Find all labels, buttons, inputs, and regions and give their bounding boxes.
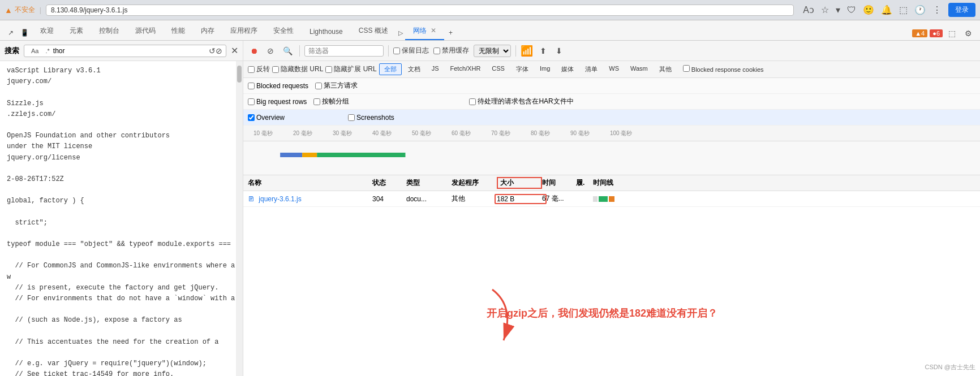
preserve-log-checkbox[interactable]: 保留日志 bbox=[393, 46, 429, 55]
close-search-button[interactable]: ✕ bbox=[231, 45, 238, 56]
blocked-requests-check[interactable] bbox=[248, 83, 255, 89]
group-by-frame-check[interactable] bbox=[313, 98, 320, 105]
third-party-check[interactable] bbox=[315, 83, 322, 89]
tab-css-overview[interactable]: CSS 概述 bbox=[351, 23, 396, 40]
chip-font[interactable]: 字体 bbox=[511, 63, 534, 75]
code-line: // This accentuates the need for the cre… bbox=[2, 337, 234, 348]
search-input[interactable] bbox=[53, 47, 209, 55]
invert-label: 反转 bbox=[256, 64, 270, 74]
throttle-select[interactable]: 无限制 bbox=[474, 45, 511, 57]
chip-other[interactable]: 其他 bbox=[654, 63, 677, 75]
blocked-requests-checkbox[interactable]: Blocked requests bbox=[248, 82, 308, 90]
group-by-frame-checkbox[interactable]: 按帧分组 bbox=[313, 97, 349, 106]
tab-elements[interactable]: 元素 bbox=[62, 23, 91, 40]
capture-har-checkbox[interactable]: 待处理的请求包含在HAR文件中 bbox=[469, 97, 573, 106]
tab-lighthouse[interactable]: Lighthouse bbox=[302, 24, 351, 40]
tab-network[interactable]: 网络 ✕ bbox=[405, 23, 444, 40]
tab-security[interactable]: 安全性 bbox=[265, 23, 302, 40]
chip-all[interactable]: 全部 bbox=[379, 63, 402, 75]
disable-cache-checkbox[interactable]: 禁用缓存 bbox=[433, 46, 469, 55]
main-area: 搜索 Aa .* ↺ ⊘ ✕ vaScript Library v3.6.1 j… bbox=[0, 41, 980, 376]
col-header-hidden[interactable]: 履. bbox=[576, 178, 593, 188]
chip-wasm[interactable]: Wasm bbox=[625, 63, 653, 75]
record-button[interactable]: ⏺ bbox=[248, 45, 260, 57]
history-icon[interactable]: 🕐 bbox=[914, 5, 926, 15]
bookmark-icon[interactable]: ☆ bbox=[821, 5, 829, 15]
hide-data-url-check[interactable] bbox=[272, 66, 279, 73]
download-button[interactable]: ⬇ bbox=[553, 45, 565, 57]
capture-har-check[interactable] bbox=[469, 98, 476, 105]
table-row[interactable]: 🖹 jquery-3.6.1.js 304 docu... 其他 182 B 6… bbox=[243, 191, 980, 207]
col-header-timeline[interactable]: 时间线 bbox=[593, 178, 975, 188]
profile-icon[interactable]: 🙂 bbox=[863, 5, 874, 15]
chip-css[interactable]: CSS bbox=[487, 63, 510, 75]
screenshots-checkbox[interactable]: Screenshots bbox=[348, 114, 394, 122]
refresh-search-button[interactable]: ↺ bbox=[209, 46, 216, 55]
third-party-checkbox[interactable]: 第三方请求 bbox=[315, 81, 358, 90]
hide-ext-url-check[interactable] bbox=[325, 66, 332, 73]
screen-cast-icon[interactable]: ↗ bbox=[5, 25, 17, 40]
stop-button[interactable]: ⊘ bbox=[265, 45, 276, 57]
settings-icon[interactable]: ⚙ bbox=[961, 27, 975, 40]
case-sensitive-button[interactable]: Aa bbox=[28, 46, 42, 55]
invert-checkbox[interactable]: 反转 bbox=[248, 64, 270, 74]
chip-blocked-cookies[interactable]: Blocked response cookies bbox=[678, 63, 769, 75]
network-filter-input[interactable] bbox=[304, 45, 384, 57]
cast-icon[interactable]: ⬚ bbox=[899, 5, 908, 15]
regex-button[interactable]: .* bbox=[42, 46, 53, 55]
clear-search-button[interactable]: ⊘ bbox=[216, 46, 222, 55]
notifications-icon[interactable]: 🔔 bbox=[881, 5, 892, 15]
col-header-status[interactable]: 状态 bbox=[372, 178, 406, 188]
more-tabs-icon[interactable]: ▷ bbox=[396, 26, 405, 40]
more-icon[interactable]: ⋮ bbox=[932, 5, 942, 15]
tab-memory[interactable]: 内存 bbox=[193, 23, 222, 40]
code-line: .zzlejs.com/ bbox=[2, 109, 234, 120]
toolbar-divider3 bbox=[515, 45, 516, 57]
tab-performance[interactable]: 性能 bbox=[164, 23, 193, 40]
col-header-type[interactable]: 类型 bbox=[406, 178, 452, 188]
chip-fetch-xhr[interactable]: Fetch/XHR bbox=[445, 63, 486, 75]
chip-manifest[interactable]: 清单 bbox=[580, 63, 603, 75]
translate-icon[interactable]: Aↄ bbox=[803, 5, 814, 15]
login-button[interactable]: 登录 bbox=[948, 3, 975, 17]
preserve-log-check[interactable] bbox=[393, 47, 400, 54]
col-header-initiator[interactable]: 发起程序 bbox=[452, 178, 497, 188]
overview-check[interactable] bbox=[248, 114, 255, 121]
row-file-name[interactable]: 🖹 jquery-3.6.1.js bbox=[248, 195, 372, 203]
tab-welcome[interactable]: 欢迎 bbox=[32, 23, 62, 40]
disable-cache-check[interactable] bbox=[433, 47, 440, 54]
hide-ext-url-checkbox[interactable]: 隐藏扩展 URL bbox=[325, 64, 376, 74]
big-rows-checkbox[interactable]: Big request rows bbox=[248, 98, 307, 106]
security-warning: ▲ 不安全 bbox=[5, 5, 35, 15]
hide-data-url-checkbox[interactable]: 隐藏数据 URL bbox=[272, 64, 323, 74]
invert-check[interactable] bbox=[248, 66, 255, 73]
col-header-name[interactable]: 名称 bbox=[248, 178, 372, 188]
tab-console[interactable]: 控制台 bbox=[91, 23, 127, 40]
col-header-size[interactable]: 大小 bbox=[497, 177, 542, 189]
upload-button[interactable]: ⬆ bbox=[538, 45, 549, 57]
filter-icon-button[interactable]: 🔍 bbox=[281, 45, 295, 57]
chip-img[interactable]: Img bbox=[535, 63, 555, 75]
add-tab-button[interactable]: + bbox=[444, 25, 457, 40]
url-bar[interactable] bbox=[46, 5, 794, 16]
chip-document[interactable]: 文档 bbox=[403, 63, 425, 75]
chip-js[interactable]: JS bbox=[427, 63, 444, 75]
wifi-icon[interactable]: 📶 bbox=[521, 45, 533, 57]
tab-network-close[interactable]: ✕ bbox=[431, 27, 436, 34]
shield-icon[interactable]: 🛡 bbox=[847, 5, 856, 15]
blocked-cookies-check[interactable] bbox=[683, 65, 690, 72]
col-header-time[interactable]: 时间 bbox=[542, 178, 576, 188]
code-area[interactable]: vaScript Library v3.6.1 jquery.com/ Sizz… bbox=[0, 61, 236, 376]
extensions-icon[interactable]: ▾ bbox=[836, 5, 840, 15]
mobile-icon[interactable]: 📱 bbox=[17, 25, 32, 40]
chip-ws[interactable]: WS bbox=[604, 63, 624, 75]
scroll-track[interactable] bbox=[236, 61, 243, 376]
tab-sources[interactable]: 源代码 bbox=[127, 23, 164, 40]
overview-checkbox[interactable]: Overview bbox=[248, 114, 285, 122]
big-rows-check[interactable] bbox=[248, 98, 255, 105]
device-mode-icon[interactable]: ⬚ bbox=[945, 27, 959, 40]
row-size-text: 182 B bbox=[497, 195, 514, 203]
screenshots-check[interactable] bbox=[348, 114, 355, 121]
tab-application[interactable]: 应用程序 bbox=[222, 23, 265, 40]
chip-media[interactable]: 媒体 bbox=[556, 63, 579, 75]
